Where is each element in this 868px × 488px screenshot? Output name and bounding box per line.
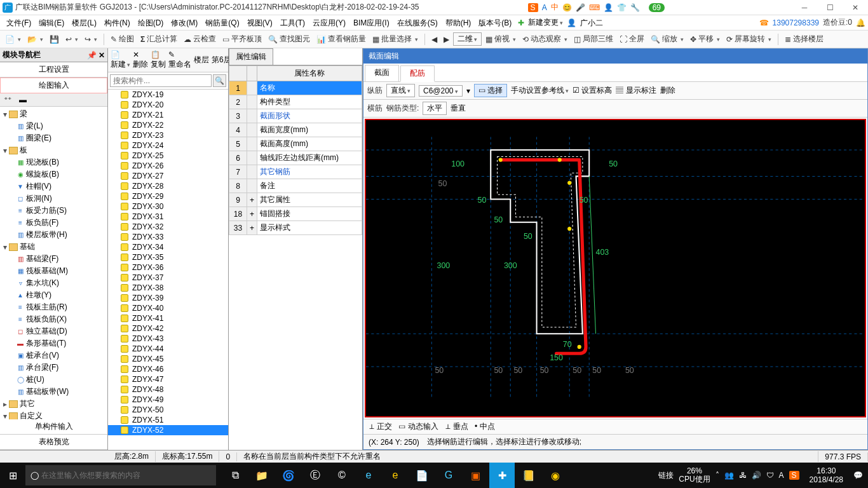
pin-icon[interactable]: 📌 ✕ <box>87 51 105 60</box>
tree-custom[interactable]: 自定义 <box>20 410 43 419</box>
select-floor-button[interactable]: ≣ 选择楼层 <box>782 32 826 46</box>
start-button[interactable]: ⊞ <box>0 470 25 482</box>
horiz-button[interactable]: 水平 <box>423 102 447 115</box>
minimize-button[interactable]: ─ <box>792 0 817 15</box>
vert-button[interactable]: 垂直 <box>451 103 466 114</box>
flat-slab-button[interactable]: ▭ 平齐板顶 <box>220 32 264 46</box>
show-mark-button[interactable]: ▤ 显示标注 <box>616 85 656 96</box>
search-input[interactable] <box>110 74 212 87</box>
sum-button[interactable]: Σ 汇总计算 <box>138 32 180 46</box>
component-item[interactable]: ZDYX-45 <box>108 354 228 364</box>
app-icon-5[interactable]: e <box>356 463 381 488</box>
fullscreen-button[interactable]: ⛶ 全屏 <box>617 32 647 46</box>
app-icon-7[interactable]: 📄 <box>409 463 435 488</box>
user-name[interactable]: 广小二 <box>576 15 607 30</box>
component-item[interactable]: ZDYX-40 <box>108 303 228 313</box>
new-file-button[interactable]: 📄 <box>3 34 24 45</box>
tree-other[interactable]: 其它 <box>20 398 35 409</box>
component-item[interactable]: ZDYX-19 <box>108 90 228 100</box>
app-icon-4[interactable]: © <box>329 463 355 488</box>
component-item[interactable]: ZDYX-35 <box>108 252 228 262</box>
delete-button[interactable]: 删除 <box>660 85 675 96</box>
new-comp-button[interactable]: 📄新建 <box>111 50 130 70</box>
component-item[interactable]: ZDYX-20 <box>108 100 228 110</box>
set-mark-button[interactable]: ☑ 设置标高 <box>573 85 612 96</box>
app-icon-1[interactable]: 📁 <box>249 463 275 488</box>
menu-bim[interactable]: BIM应用(I) <box>349 15 393 30</box>
select-button[interactable]: ▭ 选择 <box>474 84 507 97</box>
batch-select-button[interactable]: ▦ 批量选择 <box>370 32 421 46</box>
clock[interactable]: 16:302018/4/28 <box>804 466 848 485</box>
component-item[interactable]: ZDYX-28 <box>108 181 228 191</box>
prev-button[interactable]: ◀ <box>429 34 440 45</box>
tray-people-icon[interactable]: 👥 <box>724 471 734 480</box>
find-element-button[interactable]: 🔍 查找图元 <box>266 32 313 46</box>
draw-button[interactable]: ✎ 绘图 <box>108 32 137 46</box>
notification-icon[interactable]: 💬 <box>853 471 863 480</box>
app-icon-2[interactable]: 🌀 <box>276 463 301 488</box>
maximize-button[interactable]: ☐ <box>817 0 843 15</box>
search-button[interactable]: 🔍 <box>213 74 226 87</box>
dropdown-icon[interactable]: ▾ <box>466 86 470 95</box>
tray-ime-icon[interactable]: S <box>789 471 799 480</box>
menu-cloud[interactable]: 云应用(Y) <box>309 15 349 30</box>
top-view-button[interactable]: ▦ 俯视 <box>483 32 519 46</box>
del-comp-button[interactable]: ✕删除 <box>133 50 148 70</box>
ime-toolbar[interactable]: S A中😊🎤⌨👤👕🔧 <box>526 2 642 13</box>
app-icon-10[interactable]: ✚ <box>489 463 515 488</box>
tab-line-icon[interactable]: ▬ <box>15 93 31 106</box>
component-item[interactable]: ZDYX-51 <box>108 415 228 425</box>
menu-help[interactable]: 帮助(H) <box>442 15 475 30</box>
app-icon-6[interactable]: e <box>383 463 408 488</box>
new-change-button[interactable]: 新建变更 <box>524 15 567 30</box>
tree-foundation[interactable]: 基础 <box>20 241 35 252</box>
taskbar-search[interactable]: ◯ <box>25 465 216 485</box>
menu-rebar[interactable]: 钢筋量(Q) <box>201 15 243 30</box>
component-item[interactable]: ZDYX-30 <box>108 201 228 212</box>
rebar-type-select[interactable]: 直线 <box>386 84 415 97</box>
component-item[interactable]: ZDYX-39 <box>108 293 228 303</box>
component-item[interactable]: ZDYX-48 <box>108 384 228 395</box>
rotate-button[interactable]: ⟳ 屏幕旋转 <box>724 32 774 46</box>
tab-section[interactable]: 截面 <box>365 65 399 81</box>
tray-a-icon[interactable]: A <box>779 471 784 480</box>
menu-view[interactable]: 视图(V) <box>243 15 276 30</box>
perp-toggle[interactable]: ⊥ 垂点 <box>445 421 468 432</box>
component-item[interactable]: ZDYX-21 <box>108 110 228 120</box>
component-item[interactable]: ZDYX-25 <box>108 151 228 161</box>
component-item[interactable]: ZDYX-49 <box>108 395 228 405</box>
component-item[interactable]: ZDYX-33 <box>108 232 228 242</box>
manual-ref-button[interactable]: 手动设置参考线 <box>511 85 569 96</box>
menu-modify[interactable]: 修改(M) <box>167 15 201 30</box>
rebar-spec-select[interactable]: C6@200 <box>419 85 463 97</box>
midpoint-toggle[interactable]: • 中点 <box>475 421 495 432</box>
menu-tools[interactable]: 工具(T) <box>276 15 309 30</box>
phone-number[interactable]: 13907298339 <box>773 18 819 27</box>
link-label[interactable]: 链接 <box>658 470 674 481</box>
menu-floor[interactable]: 楼层(L) <box>68 15 100 30</box>
component-item[interactable]: ZDYX-34 <box>108 242 228 252</box>
tree-slab[interactable]: 板 <box>20 145 27 156</box>
menu-draw[interactable]: 绘图(D) <box>134 15 168 30</box>
component-item[interactable]: ZDYX-44 <box>108 344 228 354</box>
app-icon-8[interactable]: G <box>436 463 461 488</box>
cloud-check-button[interactable]: ☁ 云检查 <box>181 32 219 46</box>
menu-component[interactable]: 构件(N) <box>100 15 134 30</box>
component-item[interactable]: ZDYX-42 <box>108 323 228 334</box>
component-item[interactable]: ZDYX-50 <box>108 405 228 415</box>
component-item[interactable]: ZDYX-52 <box>108 425 228 435</box>
single-comp-input[interactable]: 单构件输入 <box>0 419 107 435</box>
view-rebar-button[interactable]: 📊 查看钢筋量 <box>314 32 369 46</box>
component-item[interactable]: ZDYX-26 <box>108 161 228 171</box>
component-item[interactable]: ZDYX-22 <box>108 120 228 130</box>
component-item[interactable]: ZDYX-41 <box>108 313 228 323</box>
bell-icon[interactable]: 🔔 <box>856 18 865 27</box>
app-icon-9[interactable]: ▣ <box>463 463 488 488</box>
component-item[interactable]: ZDYX-37 <box>108 273 228 283</box>
save-button[interactable]: 💾 <box>47 34 62 45</box>
component-item[interactable]: ZDYX-24 <box>108 140 228 151</box>
component-item[interactable]: ZDYX-23 <box>108 130 228 140</box>
open-file-button[interactable]: 📂 <box>25 34 46 45</box>
local-3d-button[interactable]: ◫ 局部三维 <box>571 32 616 46</box>
table-preview[interactable]: 表格预览 <box>0 435 107 450</box>
